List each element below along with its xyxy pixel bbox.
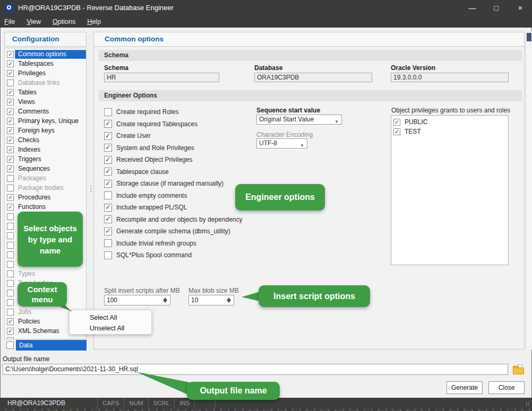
maximize-button[interactable]: □ <box>484 0 508 16</box>
max-blob-stepper[interactable]: 10 <box>188 295 234 305</box>
grant-item-test[interactable]: TEST <box>391 127 508 136</box>
scrollbar-thumb[interactable] <box>527 33 531 41</box>
checkbox[interactable] <box>104 239 112 247</box>
checkbox[interactable] <box>104 156 112 164</box>
checkbox[interactable] <box>7 146 14 153</box>
checkbox[interactable] <box>104 191 112 199</box>
checkbox[interactable] <box>6 342 14 349</box>
checkbox[interactable] <box>104 215 112 223</box>
sidebar-item-views[interactable]: Views <box>5 97 86 107</box>
checkbox[interactable] <box>7 99 14 106</box>
checkbox[interactable] <box>7 80 14 86</box>
sidebar-item-triggers[interactable]: Triggers <box>5 154 86 164</box>
spin-down-icon[interactable] <box>227 300 231 303</box>
checkbox[interactable] <box>7 261 14 268</box>
checkbox[interactable] <box>7 299 14 306</box>
checkbox[interactable] <box>7 251 14 258</box>
checkbox[interactable] <box>104 180 112 188</box>
sidebar-item-tables[interactable]: Tables <box>5 88 86 97</box>
option-recompile-order[interactable]: Recompile and order objects by dependenc… <box>104 214 263 226</box>
splitter-handle[interactable]: ⋮ <box>87 186 92 197</box>
sidebar-item-foreign-keys[interactable]: Foreign keys <box>5 126 86 135</box>
option-system-role-privileges[interactable]: System and Role Privileges <box>104 142 263 154</box>
checkbox[interactable] <box>7 89 14 96</box>
minimize-button[interactable]: — <box>460 0 484 16</box>
checkbox[interactable] <box>7 290 14 296</box>
option-received-object-privileges[interactable]: Received Object Privileges <box>104 154 263 166</box>
close-window-button[interactable]: × <box>508 0 532 16</box>
checkbox[interactable] <box>7 108 14 115</box>
checkbox[interactable] <box>393 119 400 126</box>
checkbox[interactable] <box>7 127 14 134</box>
option-sqlplus-spool[interactable]: SQL*Plus Spool command <box>104 249 263 261</box>
checkbox[interactable] <box>104 144 112 152</box>
option-create-required-roles[interactable]: Create required Roles <box>104 106 263 118</box>
option-tablespace-clause[interactable]: Tablespace clause <box>104 166 263 178</box>
checkbox[interactable] <box>393 128 400 135</box>
checkbox[interactable] <box>104 251 112 259</box>
sidebar-item[interactable] <box>5 336 86 339</box>
checkbox[interactable] <box>7 223 14 230</box>
context-menu-unselect-all[interactable]: Unselect All <box>70 323 151 334</box>
checkbox[interactable] <box>7 165 14 172</box>
sequence-start-select[interactable]: Original Start Value ▼ <box>256 115 342 125</box>
sidebar-item-checks[interactable]: Checks <box>5 135 86 145</box>
schema-field[interactable]: HR <box>104 73 219 82</box>
sidebar-item-common-options[interactable]: Common options <box>5 49 86 59</box>
checkbox[interactable] <box>7 137 14 144</box>
sidebar-item-procedures[interactable]: Procedures <box>5 193 86 202</box>
grant-item-public[interactable]: PUBLIC <box>391 117 508 127</box>
checkbox[interactable] <box>7 51 14 58</box>
sidebar-item-comments[interactable]: Comments <box>5 107 86 116</box>
menu-options[interactable]: Options <box>53 18 75 25</box>
checkbox[interactable] <box>7 185 14 191</box>
checkbox[interactable] <box>7 270 14 277</box>
option-create-required-tablespaces[interactable]: Create required Tablespaces <box>104 118 263 130</box>
checkbox[interactable] <box>7 194 14 201</box>
vertical-scrollbar[interactable] <box>526 32 532 349</box>
character-encoding-select[interactable]: UTF-8 ▼ <box>256 138 307 148</box>
browse-folder-button[interactable] <box>512 364 526 375</box>
checkbox[interactable] <box>7 309 14 316</box>
checkbox[interactable] <box>7 318 14 325</box>
database-field[interactable]: ORA19C3PDB <box>254 73 372 82</box>
checkbox[interactable] <box>7 280 14 287</box>
sidebar-item-data[interactable]: Data <box>4 340 87 351</box>
checkbox[interactable] <box>104 204 112 212</box>
checkbox[interactable] <box>104 132 112 140</box>
menu-view[interactable]: View <box>27 18 41 25</box>
sidebar-item-functions[interactable]: Functions <box>5 202 86 212</box>
split-insert-stepper[interactable]: 100 <box>104 295 170 305</box>
checkbox[interactable] <box>7 232 14 239</box>
option-create-user[interactable]: Create User <box>104 130 263 142</box>
sidebar-item-primary-keys[interactable]: Primary keys, Unique <box>5 116 86 126</box>
context-menu-select-all[interactable]: Select All <box>70 312 151 323</box>
checkbox[interactable] <box>7 156 14 163</box>
checkbox[interactable] <box>7 328 14 335</box>
checkbox[interactable] <box>7 118 14 125</box>
checkbox[interactable] <box>7 70 14 77</box>
checkbox[interactable] <box>104 228 112 235</box>
checkbox[interactable] <box>7 213 14 220</box>
sidebar-item-packages[interactable]: Packages <box>5 173 86 183</box>
checkbox[interactable] <box>104 108 112 116</box>
checkbox[interactable] <box>7 175 14 182</box>
checkbox[interactable] <box>104 168 112 176</box>
menu-file[interactable]: File <box>4 18 15 25</box>
spin-down-icon[interactable] <box>163 300 167 303</box>
checkbox[interactable] <box>7 60 14 67</box>
checkbox[interactable] <box>104 120 112 128</box>
option-generate-compile-schema[interactable]: Generate compile schema (dbms_utility) <box>104 225 263 238</box>
sidebar-item-package-bodies[interactable]: Package bodies <box>5 183 86 193</box>
generate-button[interactable]: Generate <box>447 381 483 394</box>
sidebar-item-database-links[interactable]: Database links <box>5 78 86 88</box>
sidebar-item-types[interactable]: Types <box>5 269 86 278</box>
sidebar-item-tablespaces[interactable]: Tablespaces <box>5 59 86 68</box>
resize-grip-icon[interactable] <box>526 401 530 406</box>
sidebar-item-privileges[interactable]: Privileges <box>5 68 86 78</box>
sidebar-item-sequences[interactable]: Sequences <box>5 164 86 173</box>
menu-help[interactable]: Help <box>87 18 101 25</box>
output-file-input[interactable]: C:\Users\holge\Documents\2021-11-30_HR.s… <box>3 364 508 375</box>
option-trivial-refresh-groups[interactable]: Include trivial refresh groups <box>104 238 263 250</box>
checkbox[interactable] <box>7 337 14 340</box>
